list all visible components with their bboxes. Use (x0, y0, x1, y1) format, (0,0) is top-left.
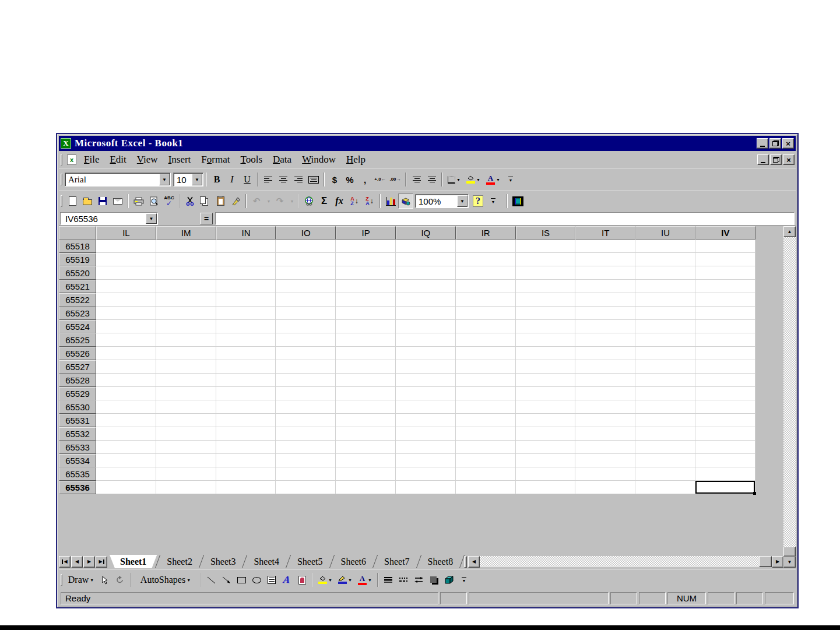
standard-toolbar-options-button[interactable]: ▼ (486, 193, 501, 209)
cell[interactable] (96, 400, 156, 414)
cell[interactable] (635, 293, 695, 307)
cell[interactable] (516, 414, 576, 427)
cell[interactable] (695, 374, 755, 387)
name-box-dropdown-button[interactable]: ▼ (146, 213, 157, 224)
menu-window[interactable]: Window (297, 152, 341, 167)
workbook-restore-button[interactable] (770, 154, 782, 165)
cell[interactable] (456, 467, 516, 481)
cell[interactable] (396, 454, 456, 467)
insert-hyperlink-button[interactable] (301, 193, 317, 209)
sheet-tab-sheet8[interactable]: Sheet8 (420, 555, 462, 568)
cell[interactable] (336, 414, 396, 427)
cell[interactable] (635, 387, 695, 400)
cell[interactable] (156, 400, 216, 414)
edit-formula-button[interactable]: = (200, 213, 213, 224)
cell[interactable] (96, 307, 156, 320)
cell[interactable] (96, 280, 156, 293)
font-name-dropdown-button[interactable]: ▼ (159, 174, 170, 185)
select-objects-button[interactable] (97, 572, 113, 587)
row-header-65533[interactable]: 65533 (59, 441, 96, 454)
cell[interactable] (396, 347, 456, 360)
row-header-65535[interactable]: 65535 (59, 467, 96, 481)
cell[interactable] (336, 347, 396, 360)
cell[interactable] (396, 427, 456, 441)
column-header-IR[interactable]: IR (456, 226, 516, 240)
title-bar[interactable]: X Microsoft Excel - Book1 × (59, 136, 796, 151)
standard-toolbar-drag-handle[interactable] (61, 195, 62, 207)
cell[interactable] (456, 307, 516, 320)
cell[interactable] (396, 320, 456, 333)
draw-font-color-button[interactable]: A ▼ (355, 572, 375, 587)
cell[interactable] (96, 360, 156, 374)
cell[interactable] (216, 320, 276, 333)
cell[interactable] (575, 320, 635, 333)
cell[interactable] (216, 481, 276, 494)
cell[interactable] (336, 387, 396, 400)
cell[interactable] (456, 360, 516, 374)
tab-split-handle[interactable] (464, 556, 467, 568)
cell[interactable] (216, 427, 276, 441)
cell[interactable] (276, 253, 336, 266)
cell[interactable] (635, 253, 695, 266)
help-button[interactable]: ? (470, 193, 486, 209)
cell[interactable] (216, 253, 276, 266)
cell[interactable] (635, 400, 695, 414)
cell[interactable] (156, 253, 216, 266)
cell[interactable] (276, 467, 336, 481)
cell[interactable] (695, 293, 755, 307)
decrease-decimal-button[interactable]: .00→ (388, 172, 403, 187)
cell[interactable] (216, 414, 276, 427)
cell[interactable] (575, 400, 635, 414)
cell[interactable] (336, 400, 396, 414)
formatting-toolbar-drag-handle[interactable] (61, 174, 62, 185)
paste-function-button[interactable]: fx (332, 193, 347, 209)
font-size-combo[interactable]: 10 ▼ (173, 173, 203, 186)
cell[interactable] (516, 307, 576, 320)
row-header-65526[interactable]: 65526 (59, 347, 96, 360)
merge-center-button[interactable] (306, 172, 321, 187)
cell[interactable] (156, 374, 216, 387)
cell[interactable] (216, 374, 276, 387)
row-header-65528[interactable]: 65528 (59, 374, 96, 387)
row-header-65524[interactable]: 65524 (59, 320, 96, 333)
cell[interactable] (276, 414, 336, 427)
cell[interactable] (575, 280, 635, 293)
borders-button[interactable]: ▼ (445, 172, 463, 187)
cell[interactable] (396, 360, 456, 374)
font-color-button[interactable]: A ▼ (483, 172, 503, 187)
column-header-IO[interactable]: IO (276, 226, 336, 240)
vscroll-up-button[interactable]: ▲ (783, 226, 796, 237)
cell[interactable] (456, 454, 516, 467)
cell[interactable] (336, 333, 396, 347)
cell[interactable] (635, 441, 695, 454)
active-cell-IV65536[interactable] (695, 481, 755, 494)
cell[interactable] (516, 266, 576, 280)
cell[interactable] (396, 253, 456, 266)
cell[interactable] (516, 400, 576, 414)
cell[interactable] (516, 320, 576, 333)
column-header-IU[interactable]: IU (635, 226, 695, 240)
drawing-toolbar-options-button[interactable]: ▼ (456, 572, 472, 587)
cell[interactable] (695, 253, 755, 266)
cell[interactable] (336, 427, 396, 441)
percent-button[interactable]: % (342, 172, 357, 187)
hscroll-right-button[interactable]: ▶ (772, 556, 783, 568)
sort-ascending-button[interactable]: AZ ↓ (347, 193, 362, 209)
comma-button[interactable]: , (357, 172, 372, 187)
cell[interactable] (456, 347, 516, 360)
cell[interactable] (96, 320, 156, 333)
tab-last-button[interactable]: ▶ (96, 556, 107, 568)
column-header-IN[interactable]: IN (216, 226, 276, 240)
cell[interactable] (396, 481, 456, 494)
cell[interactable] (156, 240, 216, 253)
cell[interactable] (96, 266, 156, 280)
cell[interactable] (96, 427, 156, 441)
vscroll-thumb[interactable] (783, 547, 796, 557)
cell[interactable] (575, 427, 635, 441)
cell[interactable] (276, 387, 336, 400)
dash-style-button[interactable] (396, 572, 411, 587)
row-header-65525[interactable]: 65525 (59, 333, 96, 347)
cell[interactable] (276, 333, 336, 347)
column-header-IQ[interactable]: IQ (396, 226, 456, 240)
cell[interactable] (456, 441, 516, 454)
